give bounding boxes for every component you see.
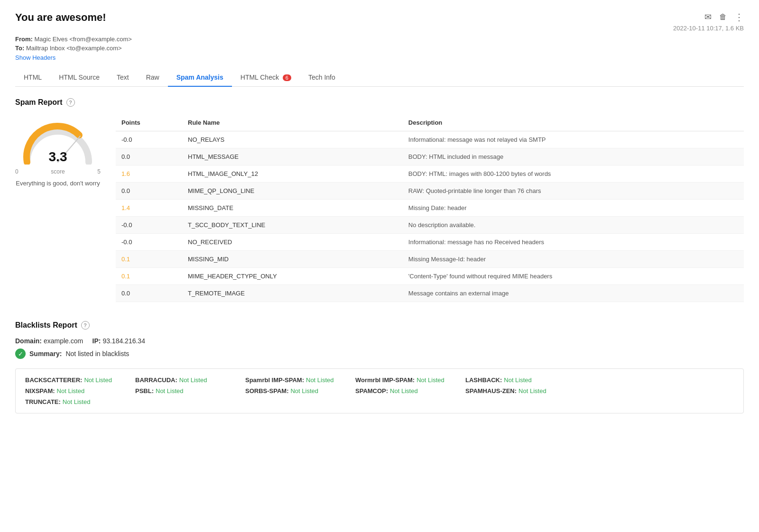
tab-bar: HTML HTML Source Text Raw Spam Analysis … bbox=[15, 69, 744, 87]
rule-cell: NO_RELAYS bbox=[182, 131, 403, 148]
email-from: From: Magic Elves <from@example.com> bbox=[15, 36, 744, 43]
tab-html-source[interactable]: HTML Source bbox=[50, 69, 108, 87]
blacklist-status: Not Listed bbox=[518, 387, 546, 394]
list-item: TRUNCATE:Not Listed bbox=[25, 398, 120, 405]
table-row: 1.6HTML_IMAGE_ONLY_12BODY: HTML: images … bbox=[116, 165, 744, 183]
points-cell: 1.4 bbox=[116, 200, 182, 217]
blacklist-row-2: NIXSPAM:Not ListedPSBL:Not ListedSORBS-S… bbox=[25, 387, 734, 394]
rule-cell: MIME_QP_LONG_LINE bbox=[182, 183, 403, 200]
desc-cell: No description available. bbox=[403, 217, 744, 234]
table-row: 0.0HTML_MESSAGEBODY: HTML included in me… bbox=[116, 148, 744, 165]
col-points: Points bbox=[116, 114, 182, 131]
blacklist-name: BARRACUDA: bbox=[135, 376, 177, 384]
blacklist-name: PSBL: bbox=[135, 387, 154, 394]
tab-spam-analysis[interactable]: Spam Analysis bbox=[168, 69, 232, 87]
list-item: PSBL:Not Listed bbox=[135, 387, 230, 394]
more-options-icon[interactable]: ⋮ bbox=[734, 11, 744, 23]
table-row: 0.0T_REMOTE_IMAGEMessage contains an ext… bbox=[116, 285, 744, 302]
show-headers-link[interactable]: Show Headers bbox=[15, 54, 56, 61]
domain-ip-info: Domain: example.com IP: 93.184.216.34 bbox=[15, 337, 744, 345]
list-item: SPAMHAUS-ZEN:Not Listed bbox=[465, 387, 560, 394]
rule-cell: MISSING_DATE bbox=[182, 200, 403, 217]
tab-html[interactable]: HTML bbox=[15, 69, 50, 87]
points-cell: -0.0 bbox=[116, 217, 182, 234]
blacklist-name: SPAMHAUS-ZEN: bbox=[465, 387, 517, 394]
table-row: -0.0NO_RELAYSInformational: message was … bbox=[116, 131, 744, 148]
desc-cell: Missing Date: header bbox=[403, 200, 744, 217]
blacklist-status: Not Listed bbox=[57, 387, 85, 394]
html-check-badge: 6 bbox=[283, 74, 291, 81]
rule-cell: T_SCC_BODY_TEXT_LINE bbox=[182, 217, 403, 234]
blacklist-grid: BACKSCATTERER:Not ListedBARRACUDA:Not Li… bbox=[15, 368, 744, 413]
email-subject: You are awesome! bbox=[15, 11, 106, 24]
rule-cell: HTML_IMAGE_ONLY_12 bbox=[182, 165, 403, 183]
list-item: Spamrbl IMP-SPAM:Not Listed bbox=[245, 376, 340, 384]
spam-rules-table: Points Rule Name Description -0.0NO_RELA… bbox=[116, 114, 744, 302]
blacklist-status: Not Listed bbox=[84, 376, 112, 384]
blacklist-status: Not Listed bbox=[63, 398, 91, 405]
blacklist-status: Not Listed bbox=[417, 376, 444, 384]
desc-cell: Informational: message has no Received h… bbox=[403, 234, 744, 251]
blacklist-name: BACKSCATTERER: bbox=[25, 376, 82, 384]
points-cell: -0.0 bbox=[116, 131, 182, 148]
tab-text[interactable]: Text bbox=[108, 69, 138, 87]
delete-icon[interactable]: 🗑 bbox=[719, 13, 727, 21]
list-item: Wormrbl IMP-SPAM:Not Listed bbox=[355, 376, 450, 384]
list-item: NIXSPAM:Not Listed bbox=[25, 387, 120, 394]
desc-cell: BODY: HTML included in message bbox=[403, 148, 744, 165]
rule-cell: MIME_HEADER_CTYPE_ONLY bbox=[182, 268, 403, 285]
gauge-message: Everything is good, don't worry bbox=[16, 180, 100, 187]
blacklist-row-1: BACKSCATTERER:Not ListedBARRACUDA:Not Li… bbox=[25, 376, 734, 384]
blacklist-name: Wormrbl IMP-SPAM: bbox=[355, 376, 415, 384]
score-range: 0 score 5 bbox=[15, 168, 101, 175]
desc-cell: 'Content-Type' found without required MI… bbox=[403, 268, 744, 285]
blacklist-status: Not Listed bbox=[306, 376, 334, 384]
summary-check-icon: ✓ bbox=[15, 349, 26, 359]
tab-raw[interactable]: Raw bbox=[138, 69, 168, 87]
points-cell: 1.6 bbox=[116, 165, 182, 183]
table-row: 0.0MIME_QP_LONG_LINERAW: Quoted-printabl… bbox=[116, 183, 744, 200]
desc-cell: BODY: HTML: images with 800-1200 bytes o… bbox=[403, 165, 744, 183]
desc-cell: Informational: message was not relayed v… bbox=[403, 131, 744, 148]
spam-report-help-icon[interactable]: ? bbox=[66, 98, 75, 107]
list-item: BACKSCATTERER:Not Listed bbox=[25, 376, 120, 384]
points-cell: 0.1 bbox=[116, 268, 182, 285]
spam-score-value: 3.3 bbox=[49, 149, 67, 164]
tab-tech-info[interactable]: Tech Info bbox=[300, 69, 344, 87]
blacklist-status: Not Listed bbox=[156, 387, 184, 394]
points-cell: 0.0 bbox=[116, 183, 182, 200]
blacklist-name: Spamrbl IMP-SPAM: bbox=[245, 376, 304, 384]
spam-score-gauge: 3.3 0 score 5 Everything is good, don't … bbox=[15, 114, 101, 302]
table-row: -0.0T_SCC_BODY_TEXT_LINENo description a… bbox=[116, 217, 744, 234]
table-row: 1.4MISSING_DATEMissing Date: header bbox=[116, 200, 744, 217]
points-cell: 0.0 bbox=[116, 285, 182, 302]
list-item: LASHBACK:Not Listed bbox=[465, 376, 560, 384]
tab-html-check[interactable]: HTML Check 6 bbox=[232, 69, 300, 87]
table-row: 0.1MIME_HEADER_CTYPE_ONLY'Content-Type' … bbox=[116, 268, 744, 285]
blacklists-help-icon[interactable]: ? bbox=[81, 321, 90, 330]
blacklist-name: SPAMCOP: bbox=[355, 387, 388, 394]
desc-cell: Missing Message-Id: header bbox=[403, 251, 744, 268]
rule-cell: HTML_MESSAGE bbox=[182, 148, 403, 165]
blacklist-name: LASHBACK: bbox=[465, 376, 502, 384]
blacklist-summary: ✓ Summary: Not listed in blacklists bbox=[15, 349, 744, 359]
rule-cell: MISSING_MID bbox=[182, 251, 403, 268]
blacklists-report-title: Blacklists Report ? bbox=[15, 321, 744, 330]
email-date-size: 2022-10-11 10:17, 1.6 KB bbox=[673, 25, 744, 32]
blacklist-name: NIXSPAM: bbox=[25, 387, 55, 394]
blacklist-status: Not Listed bbox=[504, 376, 532, 384]
points-cell: -0.0 bbox=[116, 234, 182, 251]
forward-icon[interactable]: ✉ bbox=[704, 12, 712, 22]
rule-cell: NO_RECEIVED bbox=[182, 234, 403, 251]
list-item: SPAMCOP:Not Listed bbox=[355, 387, 450, 394]
rule-cell: T_REMOTE_IMAGE bbox=[182, 285, 403, 302]
blacklist-status: Not Listed bbox=[179, 376, 207, 384]
blacklist-row-3: TRUNCATE:Not Listed bbox=[25, 398, 734, 405]
col-rule: Rule Name bbox=[182, 114, 403, 131]
blacklist-name: TRUNCATE: bbox=[25, 398, 61, 405]
points-cell: 0.1 bbox=[116, 251, 182, 268]
desc-cell: RAW: Quoted-printable line longer than 7… bbox=[403, 183, 744, 200]
blacklist-status: Not Listed bbox=[290, 387, 318, 394]
table-row: -0.0NO_RECEIVEDInformational: message ha… bbox=[116, 234, 744, 251]
col-desc: Description bbox=[403, 114, 744, 131]
